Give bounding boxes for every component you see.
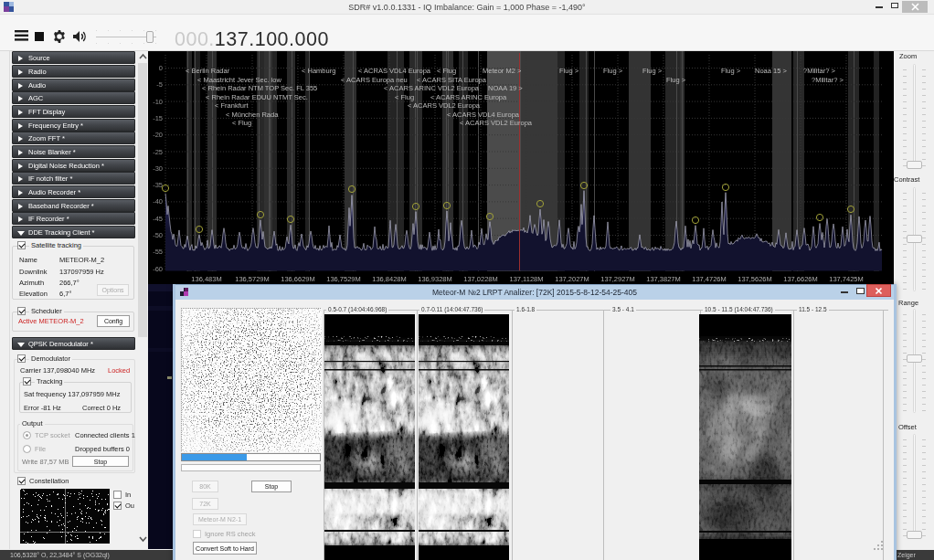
svg-text:137,3827M: 137,3827M xyxy=(646,275,681,283)
svg-text:137,4726M: 137,4726M xyxy=(692,275,727,283)
svg-text:< Flug: < Flug xyxy=(395,93,414,101)
svg-text:0: 0 xyxy=(159,64,163,72)
svg-text:NOAA 19 >: NOAA 19 > xyxy=(488,84,523,92)
svg-text:-5: -5 xyxy=(156,80,163,89)
svg-text:< ACARS ARINC VDL2 Europa: < ACARS ARINC VDL2 Europa xyxy=(384,84,480,92)
svg-text:< Maastricht Jever Sec. low: < Maastricht Jever Sec. low xyxy=(197,76,281,84)
svg-text:< ACARS SITA Europa: < ACARS SITA Europa xyxy=(417,76,487,84)
svg-text:?Militar? >: ?Militar? > xyxy=(812,76,844,84)
svg-text:< Hamburg: < Hamburg xyxy=(302,67,335,75)
svg-text:< Flug: < Flug xyxy=(437,67,456,75)
svg-text:137,2027M: 137,2027M xyxy=(555,275,589,283)
svg-text:< ACARS ARINC Europa: < ACARS ARINC Europa xyxy=(430,93,507,101)
svg-text:137,5626M: 137,5626M xyxy=(738,275,772,283)
svg-text:-30: -30 xyxy=(153,164,163,173)
svg-text:136,8428M: 136,8428M xyxy=(372,275,407,283)
svg-text:-60: -60 xyxy=(153,265,163,273)
svg-text:Meteor M2 >: Meteor M2 > xyxy=(483,67,522,75)
svg-text:< Rhein Radar NTM TOP Sec. FL: < Rhein Radar NTM TOP Sec. FL 355 xyxy=(202,84,317,92)
svg-text:< Berlin Radar: < Berlin Radar xyxy=(186,67,230,75)
svg-text:Noaa 15 >: Noaa 15 > xyxy=(755,67,787,75)
svg-text:137,6626M: 137,6626M xyxy=(783,275,818,283)
svg-text:-20: -20 xyxy=(153,131,163,139)
svg-text:136,483M: 136,483M xyxy=(191,275,221,283)
svg-text:< ACRAS VDL4 Europa: < ACRAS VDL4 Europa xyxy=(358,67,431,75)
svg-text:-40: -40 xyxy=(153,197,163,206)
svg-text:Flug >: Flug > xyxy=(642,67,663,75)
svg-text:< ACARS VDL4 Europa: < ACARS VDL4 Europa xyxy=(447,111,520,119)
svg-text:-15: -15 xyxy=(153,114,163,122)
svg-text:Flug >: Flug > xyxy=(603,67,623,75)
svg-text:< München Rada: < München Rada xyxy=(226,111,279,119)
svg-text:-55: -55 xyxy=(153,248,163,256)
svg-text:< ACARS VDL2 Europa: < ACARS VDL2 Europa xyxy=(460,119,533,127)
svg-text:137,2927M: 137,2927M xyxy=(600,275,635,283)
svg-text:Flug >: Flug > xyxy=(666,76,686,84)
svg-text:Flug >: Flug > xyxy=(721,67,741,75)
svg-text:136,7529M: 136,7529M xyxy=(326,275,361,283)
svg-text:-25: -25 xyxy=(153,148,163,156)
svg-text:137,0228M: 137,0228M xyxy=(463,275,498,283)
svg-text:-35: -35 xyxy=(153,181,163,189)
svg-text:-10: -10 xyxy=(153,98,163,106)
svg-text:137,7425M: 137,7425M xyxy=(829,275,864,283)
svg-text:136,6629M: 136,6629M xyxy=(281,275,315,283)
svg-text:-50: -50 xyxy=(153,231,163,239)
svg-text:< Frankfurt: < Frankfurt xyxy=(215,101,249,110)
svg-text:< ACARS VDL2 Europa: < ACARS VDL2 Europa xyxy=(408,101,481,110)
svg-text:136,5729M: 136,5729M xyxy=(235,275,270,283)
svg-text:< Rhein Radar EDUU NTMT Sec.: < Rhein Radar EDUU NTMT Sec. xyxy=(206,93,308,101)
svg-text:Flug >: Flug > xyxy=(559,67,579,75)
svg-text:< ACARS Europa neu: < ACARS Europa neu xyxy=(341,76,408,84)
svg-text:?Militar? >: ?Militar? > xyxy=(803,67,835,75)
svg-text:-45: -45 xyxy=(153,215,163,223)
svg-text:137,1128M: 137,1128M xyxy=(510,275,544,283)
svg-text:136,9328M: 136,9328M xyxy=(418,275,452,283)
svg-text:< Flug: < Flug xyxy=(232,119,251,127)
